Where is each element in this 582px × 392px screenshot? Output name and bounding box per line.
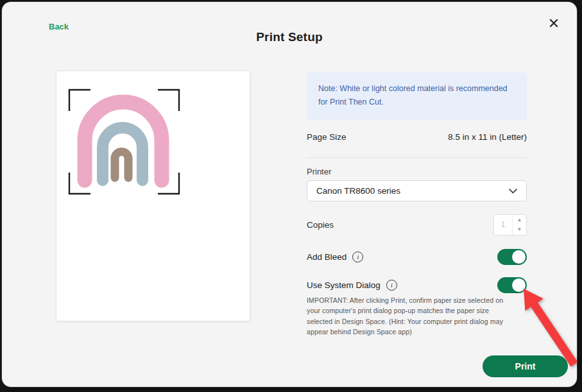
use-system-dialog-toggle[interactable] xyxy=(497,277,527,293)
use-system-dialog-label: Use System Dialog xyxy=(307,280,381,290)
info-icon[interactable]: i xyxy=(386,280,397,291)
print-setup-dialog: Back Print Setup ✕ Note: White or light … xyxy=(2,2,577,387)
divider xyxy=(307,157,527,158)
settings-column: Note: White or light colored material is… xyxy=(307,2,527,387)
toggle-knob xyxy=(512,250,526,264)
page-size-row: Page Size 8.5 in x 11 in (Letter) xyxy=(307,132,527,142)
print-button[interactable]: Print xyxy=(483,355,568,377)
printer-dropdown[interactable]: Canon TR8600 series xyxy=(307,180,527,201)
note-text: Note: White or light colored material is… xyxy=(318,82,515,110)
page-size-value: 8.5 in x 11 in (Letter) xyxy=(448,132,527,142)
toggle-knob xyxy=(512,278,526,292)
copies-increment-icon[interactable]: ▲ xyxy=(513,215,526,225)
page-size-label: Page Size xyxy=(307,132,347,142)
printer-selected-value: Canon TR8600 series xyxy=(316,186,400,196)
add-bleed-label: Add Bleed xyxy=(307,252,347,262)
copies-row: Copies ▲ ▼ xyxy=(307,214,527,235)
print-preview xyxy=(56,71,250,321)
copies-input[interactable] xyxy=(494,215,512,235)
copies-label: Copies xyxy=(307,220,334,230)
chevron-down-icon xyxy=(509,189,517,194)
printer-label: Printer xyxy=(307,167,331,176)
important-note: IMPORTANT: After clicking Print, confirm… xyxy=(307,295,511,337)
copies-decrement-icon[interactable]: ▼ xyxy=(513,225,526,235)
info-icon[interactable]: i xyxy=(352,251,363,262)
rainbow-artwork xyxy=(85,102,162,180)
add-bleed-toggle[interactable] xyxy=(497,249,527,265)
copies-stepper[interactable]: ▲ ▼ xyxy=(493,214,527,235)
use-system-dialog-row: Use System Dialog i xyxy=(307,277,527,293)
note-banner: Note: White or light colored material is… xyxy=(307,72,527,120)
add-bleed-row: Add Bleed i xyxy=(307,249,527,265)
close-icon[interactable]: ✕ xyxy=(543,13,564,34)
